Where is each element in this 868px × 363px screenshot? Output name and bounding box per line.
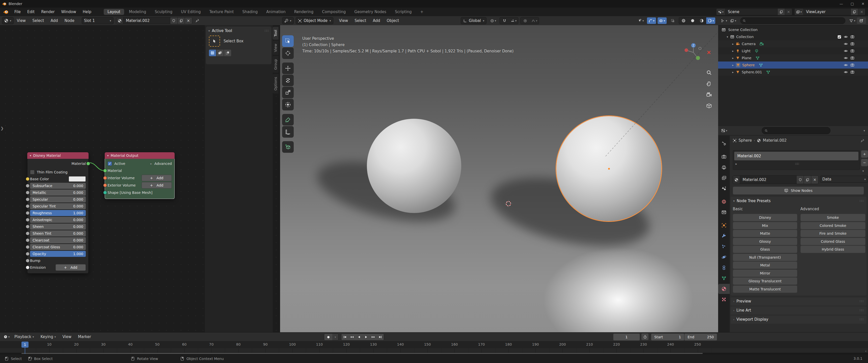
sidebar-tab-view[interactable]: View [273,41,279,55]
expanded-icon[interactable]: ▾ [727,35,728,39]
collapse-icon[interactable]: ▸ [732,57,734,60]
end-frame-field[interactable]: End 250 [684,333,717,340]
outliner-display-mode-dropdown[interactable]: ▾ [720,18,729,24]
zoom-view-icon[interactable] [706,70,712,76]
node-graph-area[interactable]: ❯ ▾ Disney Material Material Thin Film C… [0,25,280,332]
navigation-gizmo[interactable]: Z [683,42,704,63]
slider-socket[interactable] [26,204,30,208]
timeline-menu-playback[interactable]: Playback ▾ [11,334,37,339]
sidebar-tab-group[interactable]: Group [273,56,279,73]
material-output-socket[interactable] [86,162,90,166]
disney-slider-clearcoat[interactable]: Clearcoat0.000 [30,237,86,243]
cancel-render-button[interactable]: ✕ [707,50,711,56]
tool-move-button[interactable] [282,63,294,74]
collapse-icon[interactable]: ▸ [732,71,734,74]
fake-user-button[interactable] [796,176,804,184]
emission-socket[interactable] [26,266,30,269]
select-mode-extend-button[interactable] [217,50,223,56]
timeline-menu-marker[interactable]: Marker [75,334,94,339]
topbar-menu-render[interactable]: Render [38,9,58,14]
slider-socket[interactable] [26,225,30,229]
material-slot-list[interactable]: Material.002 ▸∷∷ [733,150,860,170]
slot-expand-icon[interactable]: ▸ [736,162,737,166]
prev-keyframe-button[interactable] [348,334,355,340]
workspace-tab-shading[interactable]: Shading [239,9,261,15]
input-socket[interactable] [103,184,107,187]
base-color-socket[interactable] [26,177,30,181]
preset-hybrid-glass-button[interactable]: Hybrid Glass [800,245,866,253]
panel-viewport-display[interactable]: ›Viewport Display∷∷ [731,316,867,324]
tool-add-cube-button[interactable] [282,141,294,153]
outliner-row-plane[interactable]: ▸Plane [718,55,868,62]
properties-search-input[interactable] [762,127,830,134]
maximize-button[interactable]: ▢ [850,2,854,6]
playhead[interactable]: 1 [22,341,29,348]
exclude-checkbox[interactable] [837,35,841,39]
properties-tab-physics[interactable] [718,252,730,262]
unlink-button[interactable]: × [811,176,818,184]
collapse-icon[interactable]: ▸ [732,42,734,45]
disney-slider-sheen[interactable]: Sheen0.000 [30,224,86,230]
viewport-menu-add[interactable]: Add [369,19,383,23]
slider-socket[interactable] [26,191,30,195]
node-editor-menu-select[interactable]: Select [29,19,47,23]
outliner-filter-dropdown[interactable]: ▾ [848,18,857,24]
shading-solid-button[interactable] [688,18,697,24]
material-output-node[interactable]: ▾ Material Output ✓ Active ▸ Advanced Ma… [105,152,175,199]
disney-slider-clearcoat-gloss[interactable]: Clearcoat Gloss0.000 [30,244,86,250]
disney-slider-specular[interactable]: Specular0.000 [30,196,86,202]
slider-socket[interactable] [26,252,30,256]
preset-disney-button[interactable]: Disney [733,214,797,221]
disable-render-icon[interactable] [850,49,855,53]
viewlayer-new-button[interactable] [850,8,858,15]
topbar-menu-file[interactable]: File [11,9,24,14]
selectability-dropdown[interactable]: ▾ [637,18,646,24]
sidebar-tab-options[interactable]: Options [273,74,279,94]
blender-menu-icon[interactable] [3,9,8,14]
properties-editor-type-button[interactable]: ▾ [720,127,729,134]
camera-view-icon[interactable] [706,92,712,98]
tool-rotate-button[interactable] [282,75,294,86]
output-node-header[interactable]: ▾ Material Output [105,152,175,159]
properties-tab-object[interactable] [718,220,730,230]
hide-eye-icon[interactable] [844,70,848,74]
pan-view-icon[interactable] [706,81,712,87]
slider-socket[interactable] [26,184,30,188]
workspace-tab-sculpting[interactable]: Sculpting [151,9,176,15]
sphere-left[interactable] [367,119,461,213]
slider-socket[interactable] [26,232,30,235]
workspace-tab-compositing[interactable]: Compositing [318,9,349,15]
disable-render-icon[interactable] [850,35,855,39]
slot-remove-button[interactable]: − [861,159,868,166]
properties-tab-render[interactable] [718,152,730,162]
disney-slider-roughness[interactable]: Roughness1.000 [30,210,86,216]
camera-data-icon[interactable] [760,42,764,46]
properties-tab-tool[interactable] [718,139,730,149]
preset-colored-smoke-button[interactable]: Colored Smoke [800,222,866,229]
disney-material-node[interactable]: ▾ Disney Material Material Thin Film Coa… [27,152,89,273]
topbar-menu-help[interactable]: Help [80,9,95,14]
sidebar-tab-tool[interactable]: Tool [273,27,279,40]
input-socket[interactable] [103,169,107,173]
topbar-menu-edit[interactable]: Edit [24,9,38,14]
preset-null-transparent--button[interactable]: Null (Transparent) [733,254,797,261]
scene-collection-row[interactable]: Scene Collection [718,26,868,33]
properties-tab-constraints[interactable] [718,263,730,273]
properties-tab-texture[interactable] [718,294,730,304]
material-datablock[interactable]: Material.002 × [116,17,192,24]
viewport-menu-object[interactable]: Object [383,19,402,23]
preset-glossy-translucent-button[interactable]: Glossy Translucent [733,277,797,285]
properties-tab-collection[interactable] [718,207,730,217]
timeline-collapse-arrow[interactable]: ‹ [865,349,867,353]
viewport-menu-select[interactable]: Select [351,19,369,23]
close-button[interactable]: ✕ [862,2,865,6]
workspace-tab-animation[interactable]: Animation [262,9,289,15]
proportional-editing-toggle[interactable] [521,18,530,24]
perspective-toggle-icon[interactable] [706,103,712,109]
presets-panel-header[interactable]: ▾ Node Tree Presets ∷∷ [731,197,867,205]
scene-new-button[interactable] [777,8,785,15]
select-mode-subtract-button[interactable] [224,50,231,56]
tool-measure-button[interactable] [282,126,294,138]
material-datablock-field[interactable]: Material.002 × [733,175,818,184]
advanced-expander-icon[interactable]: ▸ [150,162,152,165]
